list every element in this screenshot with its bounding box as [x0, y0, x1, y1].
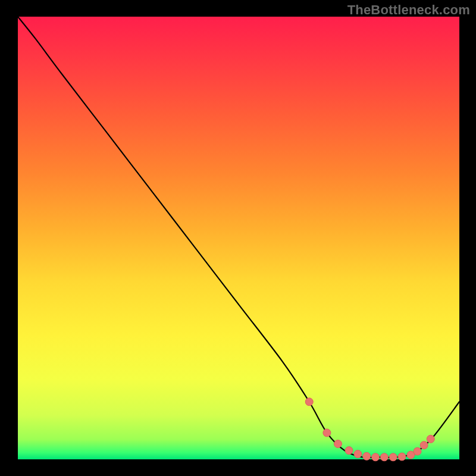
bottleneck-chart	[0, 0, 476, 476]
sweet-spot-marker	[305, 398, 313, 406]
sweet-spot-marker	[414, 447, 421, 455]
chart-stage: TheBottleneck.com	[0, 0, 476, 476]
plot-layer	[18, 17, 459, 461]
sweet-spot-marker	[334, 440, 342, 447]
sweet-spot-marker	[363, 452, 371, 460]
sweet-spot-marker	[372, 453, 380, 461]
sweet-spot-marker	[354, 450, 362, 458]
sweet-spot-marker	[427, 435, 434, 443]
gradient-background	[18, 17, 459, 459]
sweet-spot-marker	[420, 441, 428, 449]
watermark-label: TheBottleneck.com	[347, 2, 470, 18]
sweet-spot-marker	[345, 447, 353, 455]
sweet-spot-marker	[380, 453, 388, 461]
sweet-spot-marker	[398, 453, 406, 461]
sweet-spot-marker	[389, 453, 397, 461]
sweet-spot-marker	[323, 429, 331, 437]
